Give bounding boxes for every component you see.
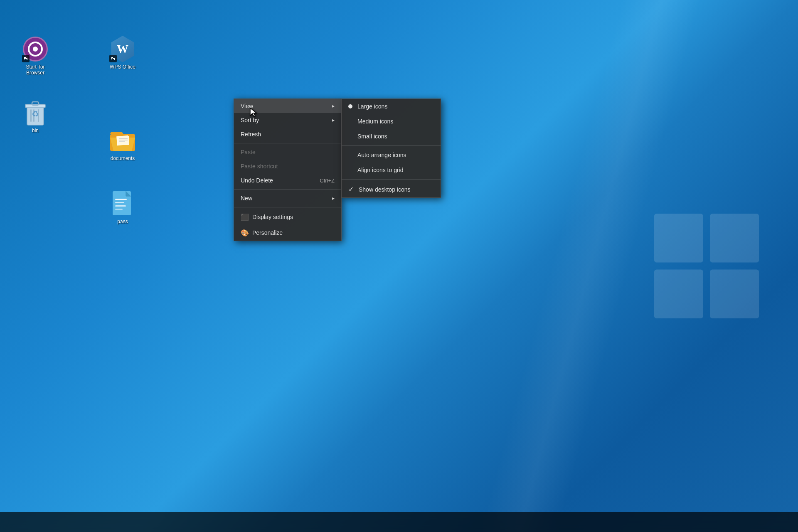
svg-rect-13 [118,136,129,145]
personalize-label: Personalize [252,229,283,236]
submenu-separator-2 [342,179,441,180]
svg-rect-2 [654,269,703,318]
recycle-bin-icon: ♻ [22,99,49,126]
svg-rect-9 [32,102,39,105]
submenu-item-auto-arrange[interactable]: Auto arrange icons [342,148,441,163]
tor-browser-label: Start Tor Browser [19,64,52,76]
context-menu-item-new[interactable]: New ▸ [234,191,341,205]
svg-rect-1 [710,214,759,263]
svg-text:♻: ♻ [32,109,39,118]
svg-rect-0 [654,214,703,263]
context-menu-item-undo-delete[interactable]: Undo Delete Ctrl+Z [234,173,341,187]
recycle-bin-label: bin [32,128,39,133]
svg-rect-18 [115,199,127,200]
undo-delete-label: Undo Delete [241,177,273,184]
personalize-icon: 🎨 [241,229,249,237]
small-icons-label: Small icons [357,133,387,140]
context-menu-item-refresh[interactable]: Refresh [234,127,341,141]
shortcut-arrow-wps [109,55,117,62]
context-menu-item-paste-shortcut[interactable]: Paste shortcut [234,159,341,173]
align-to-grid-label: Align icons to grid [357,167,404,173]
desktop-icon-wps-office[interactable]: W WPS Office [104,33,141,72]
medium-icons-label: Medium icons [357,118,393,125]
separator-3 [234,207,341,207]
view-submenu-arrow: ▸ [332,103,335,109]
context-menu-item-personalize[interactable]: 🎨 Personalize [234,225,341,241]
context-menu-item-display-settings[interactable]: ⬛ Display settings [234,209,341,225]
auto-arrange-label: Auto arrange icons [357,152,406,158]
svg-rect-3 [710,269,759,318]
desktop-icon-tor-browser[interactable]: Start Tor Browser [17,33,54,78]
pass-label: pass [117,219,128,224]
context-menu-container: View ▸ Sort by ▸ Refresh Paste Paste sho… [234,99,441,241]
display-settings-icon: ⬛ [241,213,249,221]
wps-office-icon: W [109,36,136,62]
refresh-label: Refresh [241,131,261,138]
submenu-item-show-desktop-icons[interactable]: ✓ Show desktop icons [342,181,441,197]
pass-icon [109,190,136,217]
svg-rect-21 [115,209,123,210]
shortcut-arrow-tor [22,55,30,62]
submenu-item-small-icons[interactable]: Small icons [342,129,441,144]
svg-rect-20 [115,205,126,207]
new-label: New [241,195,252,202]
sort-by-label: Sort by [241,117,259,123]
submenu-separator-1 [342,145,441,146]
documents-label: documents [111,155,135,161]
separator-1 [234,143,341,143]
context-menu-item-paste[interactable]: Paste [234,145,341,159]
paste-label: Paste [241,149,256,155]
wps-office-label: WPS Office [110,64,135,70]
windows-logo-watermark [648,208,765,324]
submenu-item-large-icons[interactable]: Large icons [342,99,441,114]
submenu-item-align-to-grid[interactable]: Align icons to grid [342,163,441,177]
desktop-icon-recycle-bin[interactable]: ♻ bin [17,97,54,136]
documents-icon [109,127,136,154]
desktop-icon-pass[interactable]: pass [104,188,141,227]
context-menu-item-sort-by[interactable]: Sort by ▸ [234,113,341,127]
context-menu: View ▸ Sort by ▸ Refresh Paste Paste sho… [234,99,342,241]
view-submenu: Large icons Medium icons Small icons Aut… [341,99,441,198]
large-icons-radio [348,104,352,108]
separator-2 [234,189,341,190]
paste-shortcut-label: Paste shortcut [241,163,278,170]
desktop-icon-documents[interactable]: documents [104,125,141,164]
wps-letter: W [117,42,128,56]
taskbar[interactable] [0,512,798,532]
new-submenu-arrow: ▸ [332,195,335,201]
context-menu-item-view[interactable]: View ▸ [234,99,341,113]
svg-rect-19 [115,202,124,203]
sort-by-submenu-arrow: ▸ [332,117,335,123]
show-desktop-icons-check: ✓ [348,185,354,193]
undo-delete-shortcut: Ctrl+Z [320,177,335,184]
display-settings-label: Display settings [252,214,293,220]
submenu-item-medium-icons[interactable]: Medium icons [342,114,441,129]
show-desktop-icons-label: Show desktop icons [359,186,411,193]
large-icons-label: Large icons [357,103,387,110]
tor-browser-icon [22,36,49,62]
view-label: View [241,103,253,109]
